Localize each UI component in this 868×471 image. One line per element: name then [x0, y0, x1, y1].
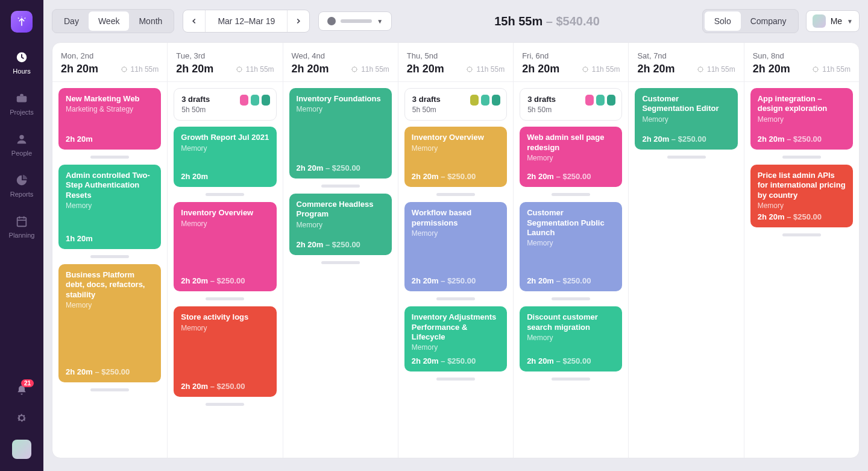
drag-handle[interactable] [552, 193, 590, 196]
drafts-card[interactable]: 3 drafts 5h 50m [520, 88, 622, 121]
time-card[interactable]: Growth Report Jul 2021 Memory 2h 20m [174, 127, 276, 187]
drag-handle[interactable] [206, 403, 244, 406]
drag-handle[interactable] [782, 156, 821, 159]
drag-handle[interactable] [782, 233, 821, 236]
view-week-button[interactable]: Week [89, 11, 130, 31]
time-card[interactable]: New Marketing Web Marketing & Strategy 2… [58, 88, 161, 150]
topbar: Day Week Month Mar 12–Mar 19 ▼ 15h 55m –… [43, 0, 868, 42]
drag-handle[interactable] [206, 193, 244, 196]
caret-down-icon: ▼ [377, 18, 383, 25]
period-picker: Mar 12–Mar 19 [183, 10, 310, 33]
user-label: Me [831, 16, 842, 26]
sidebar-avatar[interactable] [12, 440, 31, 459]
time-card[interactable]: Inventory Overview Memory 2h 20m – $250.… [404, 127, 507, 187]
period-label[interactable]: Mar 12–Mar 19 [205, 10, 288, 32]
day-total: 2h 20m [176, 63, 213, 75]
day-column-wed: Wed, 4nd 2h 20m 11h 55m Inventory Founda… [283, 43, 398, 458]
time-card[interactable]: Customer Segmentation Public Launch Memo… [520, 202, 622, 291]
day-total: 2h 20m [61, 63, 98, 75]
period-prev-button[interactable] [183, 10, 205, 32]
time-card[interactable]: App integration – design exploration Mem… [750, 88, 853, 150]
app-logo [11, 11, 33, 33]
drag-handle[interactable] [667, 156, 706, 159]
drag-handle[interactable] [436, 297, 475, 300]
scope-solo-button[interactable]: Solo [705, 11, 741, 31]
svg-point-6 [352, 67, 357, 72]
drag-handle[interactable] [206, 297, 244, 300]
nav-projects[interactable]: Projects [0, 92, 43, 116]
day-name: Sun, 8nd [753, 51, 851, 60]
period-next-button[interactable] [288, 10, 309, 32]
target-icon [466, 66, 473, 73]
drafts-card[interactable]: 3 drafts 5h 50m [174, 88, 276, 121]
drag-handle[interactable] [436, 193, 475, 196]
placeholder-bar [341, 19, 372, 23]
svg-rect-1 [17, 96, 27, 102]
week-board: Mon, 2nd 2h 20m 11h 55m New Marketing We… [52, 42, 860, 458]
time-card[interactable]: Discount customer search migration Memor… [520, 306, 622, 371]
drag-handle[interactable] [436, 378, 475, 381]
drag-handle[interactable] [552, 297, 590, 300]
target-icon [236, 66, 243, 73]
week-total: 15h 55m – $540.40 [494, 14, 600, 28]
total-time: 15h 55m [494, 14, 542, 28]
time-card[interactable]: Inventory Adjustments Performance & Life… [404, 306, 507, 371]
chevron-right-icon [294, 17, 303, 25]
drag-handle[interactable] [90, 156, 129, 159]
svg-point-10 [813, 67, 818, 72]
time-card[interactable]: Inventory Overview Memory 2h 20m – $250.… [174, 202, 276, 291]
user-dropdown[interactable]: Me ▼ [806, 10, 860, 32]
nav-reports[interactable]: Reports [0, 174, 43, 198]
day-column-mon: Mon, 2nd 2h 20m 11h 55m New Marketing We… [52, 43, 168, 458]
view-month-button[interactable]: Month [129, 11, 172, 31]
draft-chips [585, 95, 615, 106]
nav-label: Hours [13, 68, 30, 75]
day-name: Sat, 7nd [637, 51, 735, 60]
day-name: Thu, 5nd [407, 51, 505, 60]
time-card[interactable]: Admin controlled Two-Step Authentication… [58, 165, 161, 249]
time-card[interactable]: Web admin sell page redesign Memory 2h 2… [520, 127, 622, 187]
day-name: Mon, 2nd [61, 51, 159, 60]
project-filter-dropdown[interactable]: ▼ [318, 11, 392, 31]
drag-handle[interactable] [321, 261, 360, 264]
target-icon [351, 66, 358, 73]
settings-button[interactable] [16, 412, 28, 426]
time-card[interactable]: Commerce Headless Program Memory 2h 20m … [289, 194, 392, 255]
time-card[interactable]: Inventory Foundations Memory 2h 20m – $2… [289, 88, 392, 179]
svg-point-7 [467, 67, 472, 72]
notifications-button[interactable]: 21 [16, 384, 28, 399]
nav-planning[interactable]: Planning [0, 215, 43, 239]
day-total: 2h 20m [407, 63, 444, 75]
drag-handle[interactable] [90, 255, 129, 258]
time-card[interactable]: Business Platform debt, docs, refactors,… [58, 264, 161, 382]
dash: – [546, 14, 553, 28]
day-column-thu: Thu, 5nd 2h 20m 11h 55m 3 drafts 5h 50m … [398, 43, 514, 458]
calendar-icon [15, 215, 28, 228]
day-column-tue: Tue, 3rd 2h 20m 11h 55m 3 drafts 5h 50m … [168, 43, 283, 458]
time-card[interactable]: Price list admin APIs for international … [750, 165, 853, 227]
nav-hours[interactable]: Hours [0, 51, 43, 75]
globe-icon [327, 17, 336, 25]
svg-point-5 [237, 67, 242, 72]
gear-icon [16, 412, 28, 424]
nav-label: Reports [10, 191, 34, 198]
target-icon [697, 66, 704, 73]
day-aux: 11h 55m [592, 65, 620, 74]
drag-handle[interactable] [552, 378, 590, 381]
time-card[interactable]: Customer Segmentation Editor Memory 2h 2… [635, 88, 737, 150]
total-amount: $540.40 [556, 14, 599, 28]
time-card[interactable]: Workflow based permissions Memory 2h 20m… [404, 202, 507, 291]
time-card[interactable]: Store activity logs Memory 2h 20m – $250… [174, 306, 276, 397]
target-icon [812, 66, 819, 73]
briefcase-icon [15, 92, 28, 105]
view-day-button[interactable]: Day [54, 11, 89, 31]
notification-badge: 21 [21, 379, 34, 387]
day-name: Tue, 3rd [176, 51, 274, 60]
scope-company-button[interactable]: Company [741, 11, 796, 31]
drag-handle[interactable] [321, 185, 360, 188]
draft-chips [470, 95, 500, 106]
svg-rect-3 [17, 218, 27, 227]
nav-people[interactable]: People [0, 133, 43, 157]
drafts-card[interactable]: 3 drafts 5h 50m [404, 88, 507, 121]
drag-handle[interactable] [90, 388, 129, 391]
